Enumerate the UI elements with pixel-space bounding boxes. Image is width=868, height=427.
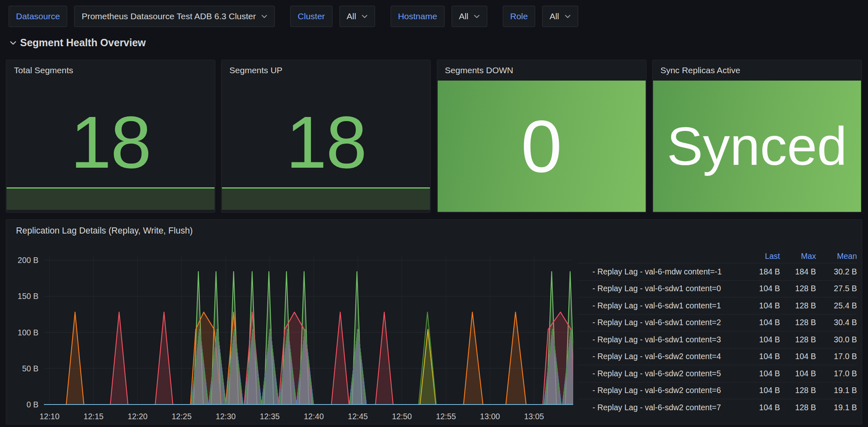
variable-group-2: HostnameAll xyxy=(391,6,487,27)
series-stat-mean: 19.1 B xyxy=(816,386,857,395)
variable-value-dropdown-3[interactable]: All xyxy=(542,6,578,27)
legend-row[interactable]: - Replay Lag - val-6-sdw1 content=3104 B… xyxy=(578,331,857,348)
series-area xyxy=(155,312,173,405)
x-axis-tick-label: 12:20 xyxy=(128,412,148,421)
stat-panel-title[interactable]: Segments DOWN xyxy=(437,60,646,75)
series-stat-last: 104 B xyxy=(744,301,780,310)
variable-value-text: All xyxy=(459,11,468,21)
legend-row[interactable]: - Replay Lag - val-6-sdw1 content=2104 B… xyxy=(578,314,857,331)
series-stat-last: 104 B xyxy=(744,386,780,395)
chevron-down-icon xyxy=(261,15,267,18)
x-axis-tick-label: 12:15 xyxy=(84,412,104,421)
series-stat-last: 104 B xyxy=(744,369,780,378)
variable-value-text: Prometheus Datasource Test ADB 6.3 Clust… xyxy=(81,11,256,21)
series-stat-last: 104 B xyxy=(744,403,780,412)
legend-col-max[interactable]: Max xyxy=(780,252,816,261)
series-area xyxy=(66,312,84,405)
series-stat-last: 104 B xyxy=(744,284,780,293)
stat-value: 0 xyxy=(521,104,562,189)
variable-group-1: ClusterAll xyxy=(290,6,375,27)
legend-row[interactable]: - Replay Lag - val-6-sdw1 content=0104 B… xyxy=(578,280,857,297)
series-stat-last: 104 B xyxy=(744,335,780,344)
x-axis-tick-label: 12:25 xyxy=(172,412,192,421)
variable-value-dropdown-1[interactable]: All xyxy=(339,6,375,27)
legend-header-row: Last Max Mean xyxy=(578,249,857,263)
variable-value-dropdown-2[interactable]: All xyxy=(452,6,487,27)
stat-panel-3: Sync Replicas ActiveSynced xyxy=(652,60,862,213)
series-name: - Replay Lag - val-6-sdw1 content=0 xyxy=(592,284,744,293)
chevron-down-icon xyxy=(362,15,368,18)
y-axis-tick-label: 200 B xyxy=(18,256,38,265)
stat-green-background: Synced xyxy=(653,81,861,212)
variable-value-text: All xyxy=(347,11,356,21)
series-stat-mean: 27.5 B xyxy=(816,284,857,293)
stat-panel-title[interactable]: Sync Replicas Active xyxy=(653,60,861,75)
section-title: Segment Health Overview xyxy=(20,37,146,49)
x-axis-tick-label: 12:55 xyxy=(436,412,456,421)
legend-row[interactable]: - Replay Lag - val-6-sdw2 content=4104 B… xyxy=(578,348,857,365)
legend-col-mean[interactable]: Mean xyxy=(816,252,857,261)
variable-value-dropdown-0[interactable]: Prometheus Datasource Test ADB 6.3 Clust… xyxy=(74,6,275,27)
x-axis-tick-label: 12:30 xyxy=(216,412,236,421)
series-stat-max: 104 B xyxy=(780,352,816,361)
series-name: - Replay Lag - val-6-sdw1 content=3 xyxy=(592,335,744,344)
series-name: - Replay Lag - val-6-sdw2 content=5 xyxy=(592,369,744,378)
x-axis-tick-label: 12:50 xyxy=(392,412,412,421)
series-stat-last: 104 B xyxy=(744,352,780,361)
replication-lag-panel: Replication Lag Details (Replay, Write, … xyxy=(6,219,862,425)
series-name: - Replay Lag - val-6-sdw2 content=4 xyxy=(592,352,744,361)
variable-group-0: DatasourcePrometheus Datasource Test ADB… xyxy=(9,6,275,27)
x-axis-tick-label: 13:00 xyxy=(480,412,500,421)
series-stat-max: 128 B xyxy=(780,301,816,310)
stat-value: 18 xyxy=(222,97,430,187)
legend-col-last[interactable]: Last xyxy=(744,252,780,261)
y-axis-tick-label: 150 B xyxy=(18,292,38,301)
variable-value-text: All xyxy=(549,11,559,21)
stat-panel-title[interactable]: Segments UP xyxy=(222,60,430,75)
legend-row[interactable]: - Replay Lag - val-6-sdw2 content=7104 B… xyxy=(578,399,857,416)
series-area xyxy=(350,329,366,405)
x-axis-tick-label: 13:05 xyxy=(524,412,544,421)
series-stat-mean: 17.0 B xyxy=(816,369,857,378)
chevron-down-icon xyxy=(474,15,480,18)
series-name: - Replay Lag - val-6-sdw2 content=7 xyxy=(592,403,744,412)
series-stat-mean: 19.1 B xyxy=(816,403,857,412)
timeseries-plot[interactable]: 0 B50 B100 B150 B200 B12:1012:1512:2012:… xyxy=(6,220,576,424)
series-area xyxy=(375,312,393,405)
stat-value: Synced xyxy=(667,115,847,177)
variable-group-3: RoleAll xyxy=(503,6,578,27)
variable-label-0: Datasource xyxy=(9,6,67,27)
legend-table: Last Max Mean - Replay Lag - val-6-mdw c… xyxy=(578,249,857,416)
x-axis-tick-label: 12:35 xyxy=(260,412,280,421)
series-area xyxy=(463,312,483,405)
series-stat-mean: 17.0 B xyxy=(816,352,857,361)
series-stat-max: 104 B xyxy=(780,369,816,378)
chevron-down-icon xyxy=(10,41,16,45)
series-area xyxy=(506,312,527,405)
stat-panel-title[interactable]: Total Segments xyxy=(6,60,215,75)
series-stat-mean: 25.4 B xyxy=(816,301,857,310)
section-header-segment-health[interactable]: Segment Health Overview xyxy=(10,37,146,49)
legend-row[interactable]: - Replay Lag - val-6-sdw1 content=1104 B… xyxy=(578,297,857,314)
series-stat-last: 184 B xyxy=(744,267,780,276)
stat-sparkline xyxy=(7,187,215,210)
legend-row[interactable]: - Replay Lag - val-6-sdw2 content=5104 B… xyxy=(578,365,857,382)
variable-label-2: Hostname xyxy=(391,6,445,27)
stat-value: 18 xyxy=(6,97,215,187)
series-name: - Replay Lag - val-6-mdw content=-1 xyxy=(592,267,744,276)
series-area xyxy=(419,312,436,405)
stat-green-background: 0 xyxy=(438,81,646,212)
series-stat-max: 128 B xyxy=(780,403,816,412)
stat-panel-2: Segments DOWN0 xyxy=(437,60,646,213)
series-area xyxy=(110,312,128,405)
series-stat-mean: 30.4 B xyxy=(816,318,857,327)
series-name: - Replay Lag - val-6-sdw2 content=6 xyxy=(592,386,744,395)
variable-label-1: Cluster xyxy=(290,6,332,27)
series-stat-last: 104 B xyxy=(744,318,780,327)
legend-row[interactable]: - Replay Lag - val-6-sdw2 content=6104 B… xyxy=(578,382,857,399)
series-stat-mean: 30.2 B xyxy=(816,267,857,276)
series-area xyxy=(262,329,278,405)
series-area xyxy=(331,312,349,405)
legend-row[interactable]: - Replay Lag - val-6-mdw content=-1184 B… xyxy=(578,263,857,280)
series-stat-max: 184 B xyxy=(780,267,816,276)
